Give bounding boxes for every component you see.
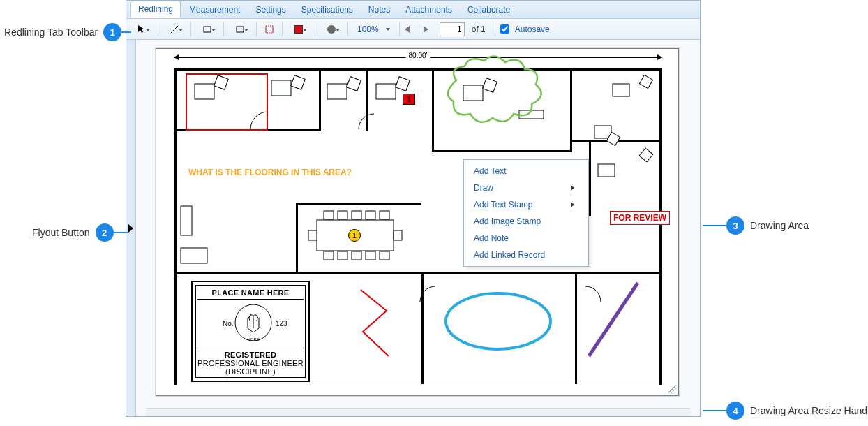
- toolbar-separator: [158, 22, 158, 36]
- toolbar-separator: [256, 22, 257, 36]
- menu-item-add-text-stamp[interactable]: Add Text Stamp: [464, 196, 588, 213]
- menu-item-add-text[interactable]: Add Text: [464, 163, 588, 179]
- tab-notes[interactable]: Notes: [361, 2, 397, 18]
- callout-label-4: Drawing Area Resize Handle: [750, 405, 868, 416]
- callout-label-1: Redlining Tab Toolbar: [4, 27, 98, 38]
- seal-graphic: No. 123 HOPE: [197, 302, 309, 344]
- dimension-label: 80.00': [406, 52, 431, 59]
- marquee-icon: [264, 24, 274, 34]
- toolbar-separator: [282, 22, 283, 36]
- callout-label-3: Drawing Area: [750, 220, 809, 231]
- text-annotation[interactable]: WHAT IS THE FLOORING IN THIS AREA?: [188, 168, 352, 177]
- fill-swatch-icon: [294, 25, 303, 34]
- stamp-tool-button[interactable]: [229, 22, 251, 37]
- pointer-icon: [137, 24, 146, 34]
- drawing-area-resize-handle[interactable]: [668, 385, 677, 394]
- svg-rect-1: [204, 27, 211, 32]
- callout-bubble-4: 4: [726, 402, 744, 420]
- page-number-input[interactable]: [440, 22, 465, 36]
- menu-item-add-linked-record[interactable]: Add Linked Record: [464, 247, 588, 263]
- stamp-name-line: PLACE NAME HERE: [197, 288, 304, 297]
- menu-item-draw[interactable]: Draw: [464, 179, 588, 196]
- app-window: Redlining Measurement Settings Specifica…: [126, 0, 701, 417]
- pointer-tool-button[interactable]: [130, 22, 153, 37]
- menu-label: Add Note: [474, 233, 509, 243]
- callout-bubble-1: 1: [103, 23, 121, 41]
- callout-label-2: Flyout Button: [32, 227, 90, 238]
- toolbar-separator: [399, 22, 400, 36]
- menu-label: Add Text Stamp: [474, 200, 533, 210]
- svg-line-0: [171, 26, 178, 33]
- page-prev-button[interactable]: [405, 26, 410, 33]
- menu-label: Draw: [474, 183, 493, 193]
- tab-measurement[interactable]: Measurement: [182, 2, 247, 18]
- stamp-discipline-line: (DISCIPLINE): [197, 367, 304, 376]
- rectangle-icon: [202, 24, 212, 34]
- horizontal-scrollbar[interactable]: [146, 408, 690, 416]
- flyout-arrow-icon: [128, 224, 133, 233]
- svg-text:HOPE: HOPE: [247, 337, 259, 341]
- submenu-arrow-icon: [571, 185, 574, 191]
- toolbar-separator: [315, 22, 315, 36]
- line-tool-button[interactable]: [163, 22, 186, 37]
- callout-bubble-3: 3: [726, 216, 744, 235]
- page-next-button[interactable]: [424, 26, 428, 33]
- text-stamp-for-review[interactable]: FOR REVIEW: [610, 211, 670, 225]
- drawing-paper: 80.00': [156, 48, 679, 396]
- toolbar-separator: [495, 22, 495, 36]
- shape-tool-button[interactable]: [320, 22, 343, 37]
- toolbar-separator: [347, 22, 348, 36]
- flyout-button[interactable]: [126, 40, 136, 416]
- callout-bubble-2: 2: [96, 223, 114, 242]
- dimension-line: 80.00': [174, 53, 662, 63]
- redlining-toolbar: 100% of 1 Autosave: [126, 19, 700, 40]
- menu-label: Add Image Stamp: [474, 216, 541, 226]
- toolbar-separator: [223, 22, 224, 36]
- tab-settings[interactable]: Settings: [248, 2, 292, 18]
- menu-label: Add Linked Record: [474, 250, 545, 260]
- image-stamp-engineer-seal[interactable]: PLACE NAME HERE No. 123 HOPE: [191, 281, 310, 382]
- svg-rect-3: [266, 26, 273, 33]
- menu-item-add-image-stamp[interactable]: Add Image Stamp: [464, 213, 588, 230]
- line-icon: [170, 24, 179, 34]
- tab-collaborate[interactable]: Collaborate: [461, 2, 517, 18]
- chevron-down-icon: [386, 28, 390, 31]
- autosave-label: Autosave: [515, 24, 550, 34]
- tab-attachments[interactable]: Attachments: [398, 2, 459, 18]
- toolbar-separator: [190, 22, 191, 36]
- page-total-label: of 1: [472, 24, 486, 34]
- menu-label: Add Text: [474, 166, 506, 176]
- svg-text:No.: No.: [223, 320, 234, 328]
- selection-tool-button[interactable]: [262, 22, 277, 37]
- red-rectangle-annotation[interactable]: [186, 73, 268, 131]
- drawing-area[interactable]: 80.00': [136, 40, 700, 416]
- submenu-arrow-icon: [571, 202, 574, 207]
- tab-specifications[interactable]: Specifications: [294, 2, 360, 18]
- menu-item-add-note[interactable]: Add Note: [464, 230, 588, 247]
- stamp-registered-line: REGISTERED: [197, 351, 304, 359]
- linked-record-badge[interactable]: 1: [348, 229, 361, 242]
- stamp-profession-line: PROFESSIONAL ENGINEER: [197, 359, 304, 367]
- tab-redlining[interactable]: Redlining: [130, 1, 181, 18]
- fill-color-button[interactable]: [287, 22, 310, 37]
- context-menu: Add Text Draw Add Text Stamp Add Image S…: [463, 159, 589, 267]
- circle-icon: [327, 25, 336, 34]
- tab-bar: Redlining Measurement Settings Specifica…: [126, 1, 700, 19]
- zoom-dropdown[interactable]: 100%: [353, 24, 383, 34]
- autosave-checkbox[interactable]: [500, 24, 509, 34]
- rectangle-tool-button[interactable]: [196, 22, 218, 37]
- svg-text:123: 123: [276, 320, 287, 328]
- stamp-icon: [235, 24, 245, 34]
- red-note-marker[interactable]: 1: [403, 94, 415, 105]
